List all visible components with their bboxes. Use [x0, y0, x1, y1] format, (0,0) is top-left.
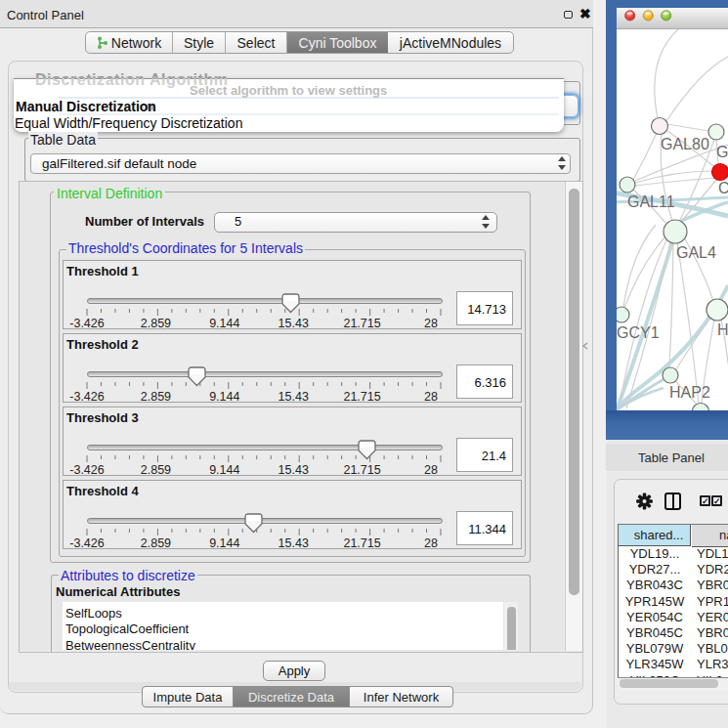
svg-text:HAP2: HAP2: [669, 384, 710, 401]
svg-text:CY: CY: [718, 180, 728, 196]
svg-text:GA: GA: [716, 144, 728, 160]
svg-text:H: H: [717, 321, 728, 338]
svg-text:GAL80: GAL80: [661, 136, 709, 152]
svg-text:GCY1: GCY1: [617, 324, 660, 341]
svg-text:GAL11: GAL11: [627, 193, 675, 210]
svg-text:GAL4: GAL4: [676, 244, 716, 261]
